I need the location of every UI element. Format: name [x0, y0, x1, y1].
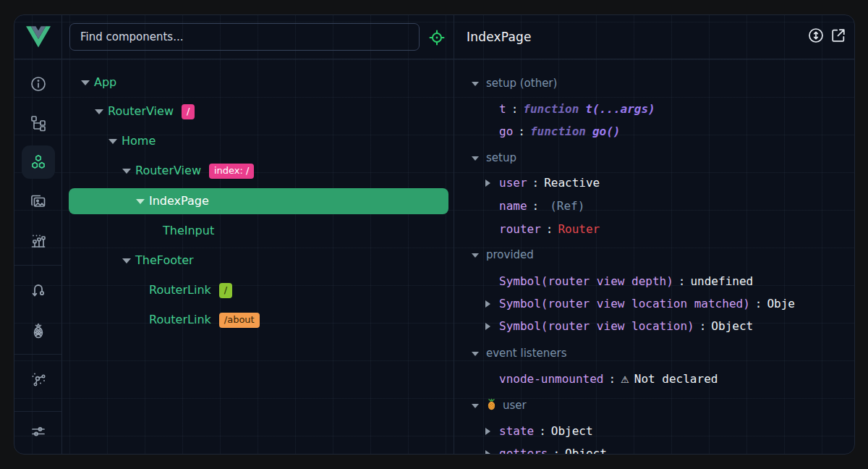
- inspector-row-go: go:functiongo(): [454, 121, 855, 143]
- chevron-down-icon[interactable]: [95, 109, 103, 114]
- sidebar-item-module-graph[interactable]: [30, 370, 47, 387]
- open-in-editor-icon[interactable]: [830, 28, 848, 45]
- component-picker-target-icon[interactable]: [428, 29, 446, 46]
- inspector-section-event-listeners[interactable]: event listeners: [454, 342, 855, 364]
- components-tree-icon: [30, 114, 47, 132]
- module-graph-icon: [30, 370, 47, 387]
- chevron-down-icon[interactable]: [81, 80, 90, 85]
- chevron-right-icon[interactable]: [485, 450, 490, 455]
- tree-row-indexpage-selected[interactable]: IndexPage: [69, 188, 448, 214]
- chevron-down-icon[interactable]: [122, 258, 131, 263]
- chevron-down-icon[interactable]: [472, 253, 479, 258]
- sidebar-item-router[interactable]: [30, 282, 47, 299]
- inspector-section-provided[interactable]: provided: [454, 244, 855, 266]
- tree-row-thefooter[interactable]: TheFooter: [61, 248, 454, 274]
- inspector-row-getters[interactable]: getters:Object: [454, 443, 855, 455]
- chevron-down-icon[interactable]: [122, 169, 131, 174]
- vue-devtools-window: IndexPage: [14, 14, 855, 455]
- chevron-down-icon[interactable]: [472, 404, 479, 408]
- inspector-row-symbol-matched[interactable]: Symbol(router view location matched):Obj…: [454, 293, 855, 315]
- scroll-to-component-icon[interactable]: [807, 27, 825, 44]
- inspector-row-user[interactable]: user:Reactive: [454, 172, 855, 194]
- chevron-down-icon[interactable]: [109, 139, 117, 144]
- inspector-row-t: t:functiont(...args): [454, 98, 855, 120]
- inspector-panel-title: IndexPage: [467, 15, 532, 59]
- inspector-row-symbol-location[interactable]: Symbol(router view location):Object: [454, 316, 855, 337]
- inspector-row-state[interactable]: state:Object: [454, 421, 855, 442]
- inspector-row-router: router:Router: [454, 219, 855, 240]
- pages-icon: [30, 193, 47, 211]
- components-hexagons-icon: [30, 153, 47, 171]
- route-badge: /: [182, 104, 195, 119]
- sidebar-item-pinia[interactable]: [30, 322, 47, 339]
- chevron-right-icon[interactable]: [485, 428, 490, 435]
- tree-row-app[interactable]: App: [61, 69, 454, 96]
- chevron-down-icon[interactable]: [472, 82, 479, 86]
- sidebar-item-pages[interactable]: [30, 193, 47, 211]
- chevron-down-icon[interactable]: [472, 156, 479, 161]
- tree-row-routerlink-home[interactable]: RouterLink/: [61, 277, 454, 303]
- sidebar-item-timeline[interactable]: [30, 232, 47, 250]
- settings-icon: [30, 423, 47, 440]
- inspector-section-setup-other[interactable]: setup (other): [454, 72, 855, 94]
- inspector-section-setup[interactable]: setup: [454, 147, 855, 169]
- pinia-pineapple-icon: [486, 398, 497, 410]
- sidebar-group-divider: [14, 265, 61, 266]
- sidebar-group-divider: [14, 411, 61, 412]
- inspector-row-symbol-depth: Symbol(router view depth):undefined: [454, 271, 855, 292]
- sidebar-group-divider: [14, 354, 61, 355]
- router-icon: [30, 282, 47, 299]
- chevron-right-icon[interactable]: [485, 179, 490, 187]
- sidebar-item-components[interactable]: [30, 153, 47, 171]
- timeline-icon: [30, 232, 47, 250]
- sidebar-item-settings[interactable]: [30, 423, 47, 440]
- inspector-section-user-store[interactable]: user: [454, 394, 855, 416]
- chevron-right-icon[interactable]: [485, 323, 490, 330]
- sidebar-item-overview[interactable]: [30, 75, 47, 93]
- topbar-divider: [14, 59, 854, 59]
- vue-logo-icon: [26, 26, 51, 48]
- vue-logo: [14, 15, 61, 59]
- sidebar-item-components-tree[interactable]: [30, 114, 47, 132]
- inspector-row-vnode-unmounted: vnode-unmounted:⚠Not declared: [454, 368, 855, 390]
- chevron-down-icon[interactable]: [136, 199, 145, 204]
- tree-row-routerview-index[interactable]: RouterViewindex: /: [61, 158, 454, 184]
- tree-row-routerlink-about[interactable]: RouterLink/about: [61, 307, 454, 333]
- search-input[interactable]: [69, 23, 420, 51]
- info-icon: [30, 75, 47, 93]
- route-badge: /about: [219, 313, 260, 328]
- chevron-down-icon[interactable]: [472, 352, 479, 356]
- tree-row-routerview[interactable]: RouterView/: [61, 98, 454, 124]
- route-badge: index: /: [209, 164, 254, 179]
- route-badge: /: [219, 283, 232, 298]
- tree-row-theinput[interactable]: TheInput: [61, 218, 454, 244]
- warning-icon: ⚠: [621, 374, 629, 385]
- tree-row-home[interactable]: Home: [61, 128, 454, 154]
- pinia-pineapple-icon: [30, 322, 47, 339]
- chevron-right-icon[interactable]: [485, 300, 490, 308]
- inspector-row-name: name:(Ref): [454, 195, 855, 217]
